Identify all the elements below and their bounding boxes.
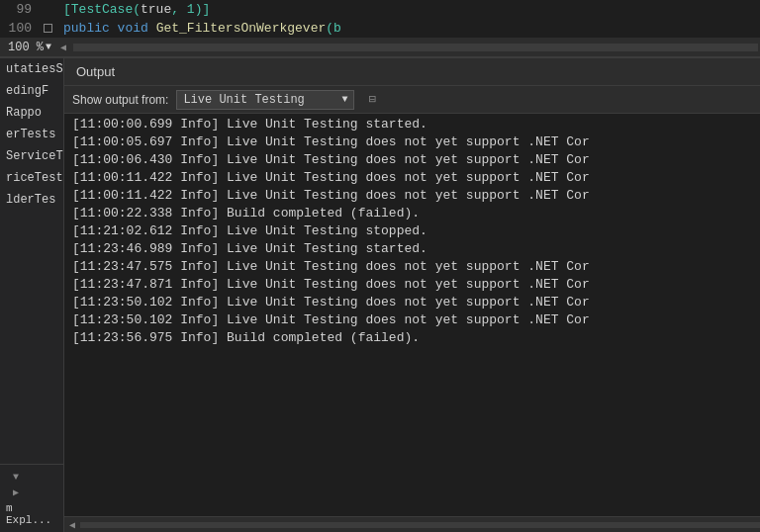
log-line-11: [11:23:50.102 Info] Live Unit Testing do… bbox=[72, 311, 752, 329]
show-output-label: Show output from: bbox=[72, 93, 168, 107]
code-line-99: 99 [TestCase(true, 1)] bbox=[0, 0, 760, 19]
code-editor-area: 99 [TestCase(true, 1)] 100 public void G… bbox=[0, 0, 760, 58]
bottom-scroll-left-btn[interactable]: ◀ bbox=[64, 517, 80, 533]
log-line-8: [11:23:47.575 Info] Live Unit Testing do… bbox=[72, 258, 752, 276]
sidebar-scroll-down-btn[interactable]: ▼ bbox=[6, 469, 26, 485]
sidebar-spacer bbox=[0, 211, 63, 464]
sidebar-item-5[interactable]: riceTest bbox=[0, 167, 63, 189]
log-line-5: [11:00:22.338 Info] Build completed (fai… bbox=[72, 205, 752, 222]
sidebar-item-3[interactable]: erTests bbox=[0, 124, 63, 145]
output-title: Output bbox=[76, 64, 115, 79]
zoom-value: 100 % bbox=[8, 41, 44, 54]
log-line-1: [11:00:05.697 Info] Live Unit Testing do… bbox=[72, 133, 752, 151]
output-content[interactable]: [11:00:00.699 Info] Live Unit Testing st… bbox=[64, 114, 760, 516]
hscrollbar-track[interactable] bbox=[73, 44, 758, 51]
sidebar-item-6[interactable]: lderTes bbox=[0, 189, 63, 211]
output-source-value: Live Unit Testing bbox=[183, 93, 304, 107]
sidebar-bottom: ▼ ▶ m Expl... bbox=[0, 464, 63, 532]
output-source-dropdown[interactable]: Live Unit Testing ▼ bbox=[176, 90, 354, 110]
log-line-7: [11:23:46.989 Info] Live Unit Testing st… bbox=[72, 240, 752, 258]
log-line-12: [11:23:56.975 Info] Build completed (fai… bbox=[72, 329, 752, 347]
sidebar-item-4[interactable]: ServiceT bbox=[0, 145, 63, 167]
log-line-3: [11:00:11.422 Info] Live Unit Testing do… bbox=[72, 169, 752, 187]
output-toolbar-btn[interactable]: ⊟ bbox=[362, 90, 382, 110]
bottom-scrollbar-track[interactable] bbox=[80, 522, 760, 528]
line-icon-100 bbox=[40, 24, 55, 33]
code-content-99: [TestCase(true, 1)] bbox=[55, 2, 760, 17]
sidebar-item-0[interactable]: utatiesS bbox=[0, 58, 63, 80]
editor-scrollbar-row: 100 % ▼ ◀ bbox=[0, 38, 760, 57]
breakpoint-icon bbox=[44, 24, 52, 33]
sidebar-item-2[interactable]: Rappo bbox=[0, 102, 63, 124]
line-number-99: 99 bbox=[0, 2, 40, 17]
sidebar-item-1[interactable]: edingF bbox=[0, 80, 63, 102]
main-area: utatiesS edingF Rappo erTests ServiceT r… bbox=[0, 58, 760, 532]
zoom-dropdown-arrow[interactable]: ▼ bbox=[46, 42, 51, 52]
log-line-4: [11:00:11.422 Info] Live Unit Testing do… bbox=[72, 187, 752, 205]
output-dropdown-arrow-icon: ▼ bbox=[341, 94, 347, 105]
log-line-0: [11:00:00.699 Info] Live Unit Testing st… bbox=[72, 116, 752, 133]
log-line-6: [11:21:02.612 Info] Live Unit Testing st… bbox=[72, 222, 752, 240]
log-line-9: [11:23:47.871 Info] Live Unit Testing do… bbox=[72, 276, 752, 294]
hscroll-left-btn[interactable]: ◀ bbox=[55, 40, 71, 55]
output-panel: Output Show output from: Live Unit Testi… bbox=[64, 58, 760, 532]
zoom-control[interactable]: 100 % ▼ bbox=[0, 41, 55, 54]
code-line-100: 100 public void Get_FiltersOnWerkgever(b bbox=[0, 19, 760, 38]
output-toolbar: Show output from: Live Unit Testing ▼ ⊟ bbox=[64, 86, 760, 114]
code-lines: 99 [TestCase(true, 1)] 100 public void G… bbox=[0, 0, 760, 38]
code-content-100: public void Get_FiltersOnWerkgever(b bbox=[55, 21, 760, 36]
sidebar: utatiesS edingF Rappo erTests ServiceT r… bbox=[0, 58, 64, 532]
sidebar-scroll-play-btn[interactable]: ▶ bbox=[6, 485, 26, 500]
bottom-scrollbar-bar: ◀ bbox=[64, 516, 760, 532]
log-line-2: [11:00:06.430 Info] Live Unit Testing do… bbox=[72, 151, 752, 169]
line-number-100: 100 bbox=[0, 21, 40, 36]
output-header: Output bbox=[64, 58, 760, 86]
log-line-10: [11:23:50.102 Info] Live Unit Testing do… bbox=[72, 294, 752, 311]
sidebar-footer-label[interactable]: m Expl... bbox=[6, 500, 57, 528]
